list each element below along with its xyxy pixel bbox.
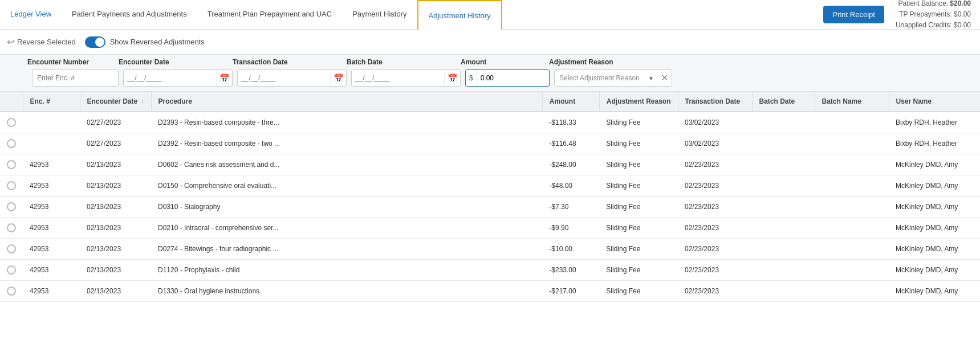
adj-reason-clear-button[interactable]: ✕ (657, 73, 672, 83)
balance-info: Patient Balance: $20.00 TP Prepayments: … (896, 0, 971, 31)
table-row: 02/27/2023 D2392 - Resin-based composite… (0, 133, 980, 154)
print-receipt-button[interactable]: Print Receipt (823, 6, 884, 23)
adj-reason-cell: Sliding Fee (599, 197, 678, 218)
amount-cell: -$248.00 (542, 154, 599, 175)
batch-name-cell (815, 133, 889, 154)
enc-date-header: Encounter Date (119, 58, 233, 66)
procedure-cell: D0274 - Bitewings - four radiographic ..… (151, 239, 542, 260)
txn-date-cell: 02/23/2023 (678, 154, 752, 175)
batch-date-cell (752, 281, 815, 302)
txn-date-cell: 02/23/2023 (678, 218, 752, 239)
procedure-cell: D1120 - Prophylaxis - child (151, 260, 542, 281)
nav-item-patient-payments[interactable]: Patient Payments and Adjustments (62, 0, 197, 29)
row-radio-button[interactable] (7, 139, 16, 148)
adj-reason-wrap: Select Adjustment Reason ▼ ✕ (554, 69, 672, 87)
enc-date-input-wrap: 📅 (123, 69, 233, 87)
batch-date-cell (752, 197, 815, 218)
procedure-col-header: Procedure (151, 92, 542, 112)
batch-name-cell (815, 112, 889, 133)
procedure-cell: D0602 - Caries risk assessment and d... (151, 154, 542, 175)
batch-name-cell (815, 218, 889, 239)
txn-date-cell: 02/23/2023 (678, 281, 752, 302)
enc-date-cell: 02/13/2023 (80, 260, 151, 281)
row-radio-button[interactable] (7, 118, 16, 127)
table-row: 42953 02/13/2023 D0310 - Sialography -$7… (0, 197, 980, 218)
enc-num-cell (23, 112, 80, 133)
show-reversed-toggle[interactable] (85, 36, 105, 48)
table-row: 42953 02/13/2023 D0602 - Caries risk ass… (0, 154, 980, 175)
tp-value: $0.00 (954, 10, 971, 18)
procedure-cell: D1330 - Oral hygiene instructions (151, 281, 542, 302)
row-radio-button[interactable] (7, 287, 16, 296)
batch-date-calendar-icon[interactable]: 📅 (444, 70, 460, 86)
toolbar: ↩ Reverse Selected Show Reversed Adjustm… (0, 30, 980, 55)
procedure-cell: D0210 - Intraoral - comprehensive ser... (151, 218, 542, 239)
row-select-cell (0, 154, 23, 175)
txn-date-cell: 03/02/2023 (678, 133, 752, 154)
batch-date-cell (752, 112, 815, 133)
adj-reason-select[interactable]: Select Adjustment Reason (555, 74, 645, 82)
txn-date-cell: 02/23/2023 (678, 239, 752, 260)
amount-cell: -$48.00 (542, 175, 599, 197)
table-row: 42953 02/13/2023 D0150 - Comprehensive o… (0, 175, 980, 197)
table-row: 42953 02/13/2023 D0210 - Intraoral - com… (0, 218, 980, 239)
toggle-knob (95, 38, 104, 47)
reverse-icon: ↩ (7, 36, 14, 47)
batch-name-cell (815, 175, 889, 197)
table-row: 42953 02/13/2023 D1120 - Prophylaxis - c… (0, 260, 980, 281)
show-reversed-toggle-wrap: Show Reversed Adjustments (85, 36, 205, 48)
enc-date-sort-icon: ↑ (141, 99, 144, 105)
batch-name-cell (815, 239, 889, 260)
row-radio-button[interactable] (7, 181, 16, 190)
user-name-cell: McKinley DMD, Amy (889, 154, 980, 175)
enc-num-cell: 42953 (23, 281, 80, 302)
adj-reason-cell: Sliding Fee (599, 281, 678, 302)
enc-num-cell (23, 133, 80, 154)
tp-label: TP Prepayments: (899, 10, 951, 18)
batch-name-cell (815, 260, 889, 281)
batch-date-input[interactable] (352, 74, 444, 82)
enc-num-cell: 42953 (23, 239, 80, 260)
table-header: Enc. # Encounter Date ↑ Procedure Amount… (0, 92, 980, 112)
enc-number-input[interactable] (32, 69, 119, 87)
user-name-cell: McKinley DMD, Amy (889, 260, 980, 281)
reverse-selected-button[interactable]: ↩ Reverse Selected (7, 36, 76, 47)
unapplied-value: $0.00 (954, 21, 971, 29)
enc-num-cell: 42953 (23, 154, 80, 175)
txn-date-calendar-icon[interactable]: 📅 (330, 70, 346, 86)
adj-reason-header: Adjustment Reason (549, 58, 973, 66)
txn-date-input[interactable] (238, 74, 330, 82)
row-radio-button[interactable] (7, 244, 16, 253)
user-name-cell: McKinley DMD, Amy (889, 281, 980, 302)
txn-date-cell: 02/23/2023 (678, 197, 752, 218)
nav-item-adjustment-history[interactable]: Adjustment History (417, 0, 502, 30)
reverse-label: Reverse Selected (17, 38, 76, 46)
row-select-cell (0, 112, 23, 133)
enc-date-cell: 02/13/2023 (80, 239, 151, 260)
adj-reason-cell: Sliding Fee (599, 218, 678, 239)
row-select-cell (0, 133, 23, 154)
txn-date-cell: 02/23/2023 (678, 175, 752, 197)
show-reversed-label: Show Reversed Adjustments (110, 38, 205, 46)
enc-date-input[interactable] (124, 74, 216, 82)
enc-date-col-header[interactable]: Encounter Date ↑ (80, 92, 151, 112)
enc-number-header: Encounter Number (27, 58, 119, 66)
batch-date-col-header: Batch Date (752, 92, 815, 112)
row-radio-button[interactable] (7, 265, 16, 275)
row-select-cell (0, 281, 23, 302)
procedure-cell: D2392 - Resin-based composite - two ... (151, 133, 542, 154)
enc-date-cell: 02/27/2023 (80, 133, 151, 154)
amount-cell: -$9.90 (542, 218, 599, 239)
row-radio-button[interactable] (7, 223, 16, 232)
enc-date-calendar-icon[interactable]: 📅 (216, 70, 232, 86)
enc-date-cell: 02/13/2023 (80, 281, 151, 302)
enc-date-cell: 02/13/2023 (80, 154, 151, 175)
nav-item-treatment-plan[interactable]: Treatment Plan Prepayment and UAC (197, 0, 342, 29)
nav-item-ledger-view[interactable]: Ledger View (0, 0, 62, 29)
nav-item-payment-history[interactable]: Payment History (342, 0, 417, 29)
adjustments-table: Enc. # Encounter Date ↑ Procedure Amount… (0, 92, 980, 302)
row-radio-button[interactable] (7, 202, 16, 211)
row-radio-button[interactable] (7, 160, 16, 169)
adj-reason-cell: Sliding Fee (599, 154, 678, 175)
user-name-cell: McKinley DMD, Amy (889, 239, 980, 260)
